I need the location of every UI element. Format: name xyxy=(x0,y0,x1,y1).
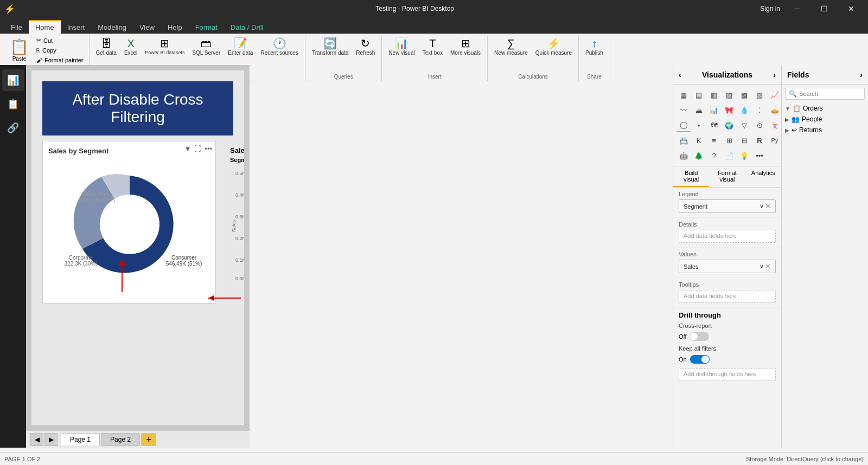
tab-modeling[interactable]: Modeling xyxy=(91,20,133,34)
fields-collapse[interactable]: › xyxy=(860,70,863,79)
viz-icon-pie[interactable]: 🥧 xyxy=(768,103,781,117)
viz-icon-area[interactable]: 〰 xyxy=(676,103,691,117)
cross-report-toggle[interactable] xyxy=(690,332,709,341)
viz-icon-stacked-column[interactable]: ▨ xyxy=(722,88,736,102)
viz-icon-decomp[interactable]: 🌲 xyxy=(692,148,706,163)
new-measure-button[interactable]: ∑ New measure xyxy=(491,36,531,58)
tab-format[interactable]: Format xyxy=(189,20,224,34)
get-data-button[interactable]: 🗄 Get data xyxy=(93,36,120,58)
maximize-button[interactable]: ☐ xyxy=(812,0,837,17)
drill-field-slot[interactable]: Add drill-through fields here xyxy=(679,368,776,381)
values-dropdown-icon[interactable]: ∨ xyxy=(760,263,764,270)
legend-remove-icon[interactable]: ✕ xyxy=(765,202,771,210)
viz-collapse-right[interactable]: › xyxy=(773,70,776,79)
field-tree-returns[interactable]: ▶ ↩ Returns xyxy=(782,125,868,135)
values-remove-icon[interactable]: ✕ xyxy=(765,262,771,270)
people-expand-icon[interactable]: ▶ xyxy=(785,117,789,122)
viz-icon-line-col[interactable]: 📊 xyxy=(707,103,721,117)
page-tab-2[interactable]: Page 2 xyxy=(101,433,140,446)
page-add-button[interactable]: + xyxy=(141,433,156,446)
copy-button[interactable]: ⎘Copy xyxy=(34,46,86,55)
publish-button[interactable]: ↑ Publish xyxy=(582,36,607,58)
legend-dropdown-icon[interactable]: ∨ xyxy=(760,203,764,210)
viz-icon-paginated[interactable]: 📄 xyxy=(722,148,736,163)
tab-file[interactable]: File xyxy=(4,20,29,34)
recent-sources-button[interactable]: 🕐 Recent sources xyxy=(257,36,301,58)
viz-icon-matrix[interactable]: ⊟ xyxy=(737,133,751,147)
viz-collapse-left[interactable]: ‹ xyxy=(679,70,681,79)
tab-insert[interactable]: Insert xyxy=(61,20,92,34)
build-tab-format[interactable]: Format visual xyxy=(709,166,745,187)
field-tree-orders[interactable]: ▼ 📋 Orders xyxy=(782,103,868,114)
search-input[interactable] xyxy=(799,91,861,97)
viz-icon-donut[interactable]: ◯ xyxy=(676,118,691,132)
quick-measure-button[interactable]: ⚡ Quick measure xyxy=(532,36,575,58)
viz-icon-card[interactable]: 🃏 xyxy=(768,118,781,132)
viz-icon-clustered-column[interactable]: ▩ xyxy=(737,88,751,102)
orders-expand-icon[interactable]: ▼ xyxy=(785,106,790,112)
viz-panel-scroll[interactable]: ▦ ▤ ▥ ▨ ▩ ▧ 📈 〰 ⛰ 📊 🎀 💧 ⁚ 🥧 ◯ ▪ 🗺 🌍 xyxy=(673,85,781,448)
returns-expand-icon[interactable]: ▶ xyxy=(785,127,789,133)
viz-icon-clustered-bar[interactable]: ▤ xyxy=(692,88,706,102)
viz-icon-kpi[interactable]: K xyxy=(692,133,706,147)
viz-icon-smart[interactable]: 💡 xyxy=(737,148,751,163)
text-box-button[interactable]: T Text box xyxy=(419,36,446,58)
tooltips-field-slot[interactable]: Add data fields here xyxy=(679,290,776,303)
minimize-button[interactable]: ─ xyxy=(784,0,809,17)
page-tab-1[interactable]: Page 1 xyxy=(61,433,100,445)
viz-icon-python[interactable]: Py xyxy=(768,133,781,147)
viz-icon-treemap[interactable]: ▪ xyxy=(692,118,706,132)
page-next-button[interactable]: ▶ xyxy=(44,433,58,446)
filter-icon[interactable]: ▼ xyxy=(184,145,191,153)
viz-icon-map[interactable]: 🗺 xyxy=(707,118,721,132)
focus-icon[interactable]: ⛶ xyxy=(194,145,201,153)
viz-icon-more1[interactable]: ••• xyxy=(752,148,767,163)
format-painter-button[interactable]: 🖌Format painter xyxy=(34,56,86,64)
sql-server-button[interactable]: 🗃 SQL Server xyxy=(189,36,224,58)
more-options-icon[interactable]: ••• xyxy=(205,145,212,153)
viz-icon-table[interactable]: ⊞ xyxy=(722,133,736,147)
viz-icon-100-stacked-bar[interactable]: ▥ xyxy=(707,88,721,102)
viz-icon-filled-map[interactable]: 🌍 xyxy=(722,118,736,132)
canvas[interactable]: After Disable Cross Filtering ▼ ⛶ ••• Sa… xyxy=(26,65,250,430)
viz-icon-qna[interactable]: ? xyxy=(707,148,721,163)
keep-filters-toggle[interactable] xyxy=(690,355,710,364)
paste-button[interactable]: 📋 Paste xyxy=(5,36,33,64)
viz-icon-ribbon[interactable]: 🎀 xyxy=(722,103,736,117)
refresh-button[interactable]: ↻ Refresh xyxy=(353,36,378,58)
sign-in-button[interactable]: Sign in xyxy=(760,5,780,12)
viz-icon-waterfall[interactable]: 💧 xyxy=(737,103,751,117)
sidebar-icon-report[interactable]: 📊 xyxy=(2,69,24,91)
build-tab-analytics[interactable]: Analytics xyxy=(745,166,781,187)
viz-icon-r[interactable]: R xyxy=(752,133,767,147)
viz-icon-stacked-bar[interactable]: ▦ xyxy=(676,88,691,102)
tab-help[interactable]: Help xyxy=(161,20,189,34)
page-prev-button[interactable]: ◀ xyxy=(30,433,43,446)
transform-data-button[interactable]: 🔄 Transform data xyxy=(309,36,352,58)
more-visuals-button[interactable]: ⊞ More visuals xyxy=(447,36,484,58)
enter-data-button[interactable]: 📝 Enter data xyxy=(225,36,256,58)
tab-view[interactable]: View xyxy=(133,20,161,34)
field-tree-people[interactable]: ▶ 👥 People xyxy=(782,114,868,125)
viz-icon-100-stacked-column[interactable]: ▧ xyxy=(752,88,767,102)
new-visual-button[interactable]: 📊 New visual xyxy=(385,36,418,58)
power-bi-datasets-button[interactable]: ⊞ Power BI datasets xyxy=(142,36,188,57)
viz-icon-slicer[interactable]: ≡ xyxy=(707,133,721,147)
fields-search-box[interactable]: 🔍 xyxy=(785,88,865,100)
viz-icon-scatter[interactable]: ⁚ xyxy=(752,103,767,117)
tab-data-drill[interactable]: Data / Drill xyxy=(224,20,270,34)
viz-icon-gauge[interactable]: ⊙ xyxy=(752,118,767,132)
tab-home[interactable]: Home xyxy=(29,20,61,34)
viz-icon-stacked-area[interactable]: ⛰ xyxy=(692,103,706,117)
cut-button[interactable]: ✂Cut xyxy=(34,36,86,45)
build-tab-visual[interactable]: Build visual xyxy=(673,166,709,187)
values-field-slot[interactable]: Sales ∨ ✕ xyxy=(679,260,776,273)
sidebar-icon-model[interactable]: 🔗 xyxy=(2,117,24,139)
viz-icon-multi-card[interactable]: 📇 xyxy=(676,133,691,147)
details-field-slot[interactable]: Add data fields here xyxy=(679,230,776,243)
donut-chart-box[interactable]: ▼ ⛶ ••• Sales by Segment xyxy=(42,141,216,303)
viz-icon-line[interactable]: 📈 xyxy=(768,88,781,102)
close-button[interactable]: ✕ xyxy=(839,0,864,17)
viz-icon-funnel[interactable]: ▽ xyxy=(737,118,751,132)
sidebar-icon-data[interactable]: 📋 xyxy=(2,93,24,115)
